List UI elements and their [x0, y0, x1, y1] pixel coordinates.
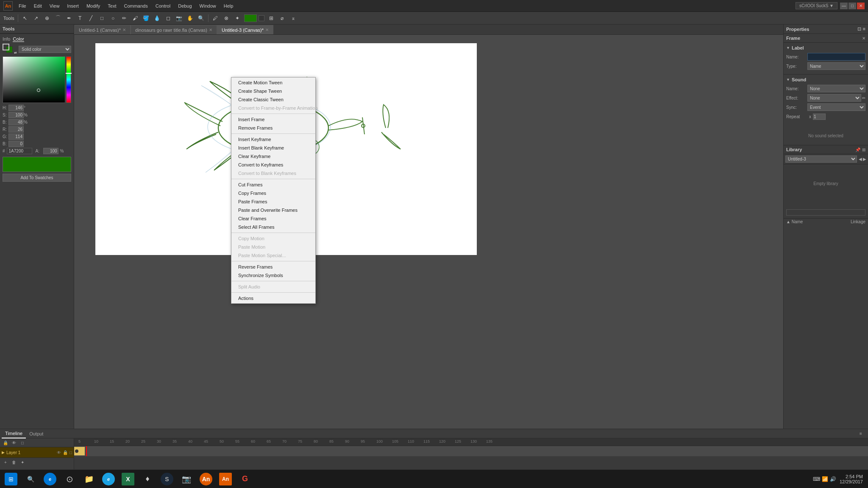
lock-all-btn[interactable]: 🔒: [2, 439, 9, 446]
steam-btn[interactable]: ♦: [138, 471, 157, 488]
tab1-close[interactable]: ✕: [122, 28, 126, 32]
text-tool-btn[interactable]: T: [75, 14, 85, 23]
eraser-tool-btn[interactable]: ◻: [163, 14, 173, 23]
user-badge[interactable]: sCrIOOI SuckS ▼: [796, 2, 837, 9]
ctx-insert-keyframe[interactable]: Insert Keyframe: [231, 135, 315, 144]
color-picker-area[interactable]: [3, 56, 71, 103]
bone-tool-btn[interactable]: ✦: [232, 14, 242, 23]
subselect-tool-btn[interactable]: ↗: [31, 14, 41, 23]
library-pin-icon[interactable]: 📌: [855, 147, 860, 152]
menu-file[interactable]: File: [15, 3, 30, 9]
menu-commands[interactable]: Commands: [120, 3, 151, 9]
timeline-tab[interactable]: Timeline: [2, 429, 26, 438]
steam2-btn[interactable]: S: [158, 471, 176, 488]
menu-debug[interactable]: Debug: [175, 3, 195, 9]
swap-icon[interactable]: ⇄: [14, 51, 17, 55]
tab-untitled3[interactable]: Untitled-3 (Canvas)* ✕: [217, 25, 273, 34]
brush-tool-btn[interactable]: 🖌: [130, 14, 140, 23]
zoom-tool-btn[interactable]: 🔍: [196, 14, 206, 23]
layer-eye-icon[interactable]: 👁: [57, 450, 61, 455]
library-search-input[interactable]: [786, 209, 865, 216]
ctx-clear-frames[interactable]: Clear Frames: [231, 214, 315, 223]
ctx-insert-frame[interactable]: Insert Frame: [231, 115, 315, 124]
info-tab[interactable]: Info: [3, 36, 10, 42]
maximize-button[interactable]: □: [849, 3, 856, 9]
b-input[interactable]: [8, 119, 24, 125]
color-swatch-toolbar[interactable]: [244, 14, 257, 22]
properties-icon[interactable]: ⊡: [857, 26, 861, 32]
ctx-actions[interactable]: Actions: [231, 294, 315, 302]
explorer-btn[interactable]: 📁: [80, 471, 98, 488]
start-button[interactable]: ⊞: [2, 471, 20, 488]
ctx-paste-frames[interactable]: Paste Frames: [231, 197, 315, 206]
smooth-btn[interactable]: ⌀: [277, 14, 287, 23]
color-swatch-preview[interactable]: [3, 157, 71, 172]
sound-name-select[interactable]: None: [807, 85, 865, 92]
frame-close-icon[interactable]: ✕: [862, 36, 865, 41]
menu-text[interactable]: Text: [104, 3, 120, 9]
menu-control[interactable]: Control: [152, 3, 174, 9]
network-icon[interactable]: 📶: [822, 476, 828, 482]
outline-all-btn[interactable]: □: [19, 439, 26, 446]
g-input[interactable]: [8, 133, 24, 140]
timeline-settings-btn[interactable]: ≡: [857, 430, 865, 437]
tab-untitled1[interactable]: Untitled-1 (Canvas)* ✕: [74, 25, 131, 34]
sync-select[interactable]: Event: [807, 103, 865, 111]
rect-tool-btn[interactable]: □: [97, 14, 107, 23]
type-prop-select[interactable]: Name: [807, 62, 865, 70]
ctx-remove-frames[interactable]: Remove Frames: [231, 124, 315, 132]
keyboard-icon[interactable]: ⌨: [813, 476, 820, 482]
eyedropper-tool-btn[interactable]: 💧: [152, 14, 162, 23]
ctx-select-all-frames[interactable]: Select All Frames: [231, 223, 315, 231]
hex-input[interactable]: [7, 148, 32, 154]
paintbucket-tool-btn[interactable]: 🪣: [141, 14, 151, 23]
keyframe-block[interactable]: [74, 447, 85, 455]
minimize-button[interactable]: —: [840, 3, 848, 9]
chrome-btn[interactable]: ⊙: [60, 471, 79, 488]
name-prop-input[interactable]: [807, 53, 865, 61]
hide-all-btn[interactable]: 👁: [10, 439, 18, 446]
ctx-paste-overwrite[interactable]: Paste and Overwrite Frames: [231, 206, 315, 214]
ctx-create-shape-tween[interactable]: Create Shape Tween: [231, 87, 315, 95]
ctx-create-motion-tween[interactable]: Create Motion Tween: [231, 78, 315, 87]
tab2-close[interactable]: ✕: [209, 28, 212, 32]
google-btn[interactable]: G: [236, 471, 254, 488]
selection-tool-btn[interactable]: ↖: [20, 14, 30, 23]
clip-btn[interactable]: An: [197, 471, 215, 488]
excel-btn[interactable]: X: [119, 471, 137, 488]
add-swatches-button[interactable]: Add To Swatches: [3, 174, 71, 182]
menu-modify[interactable]: Modify: [83, 3, 103, 9]
layer-outline-icon[interactable]: □: [70, 450, 72, 455]
ie-btn[interactable]: e: [99, 471, 118, 488]
library-select[interactable]: Untitled-3: [785, 155, 857, 163]
h-input[interactable]: [8, 105, 24, 111]
ctx-reverse-frames[interactable]: Reverse Frames: [231, 263, 315, 271]
ctx-insert-blank-keyframe[interactable]: Insert Blank Keyframe: [231, 144, 315, 152]
camera-tool-btn[interactable]: 📷: [174, 14, 184, 23]
color-mode-select[interactable]: Solid color: [19, 46, 71, 53]
menu-help[interactable]: Help: [220, 3, 237, 9]
ctx-synchronize-symbols[interactable]: Synchronize Symbols: [231, 271, 315, 280]
ctx-create-classic-tween[interactable]: Create Classic Tween: [231, 95, 315, 104]
pen-nib-tool-btn[interactable]: 🖊: [210, 14, 220, 23]
ctx-cut-frames[interactable]: Cut Frames: [231, 180, 315, 189]
s-input[interactable]: [8, 112, 24, 118]
effect-select[interactable]: None: [807, 94, 861, 102]
repeat-input[interactable]: [813, 114, 826, 120]
search-taskbar-btn[interactable]: 🔍: [21, 471, 40, 488]
pencil-tool-btn[interactable]: ✏: [119, 14, 129, 23]
ctx-convert-to-keyframes[interactable]: Convert to Keyframes: [231, 161, 315, 169]
ctx-clear-keyframe[interactable]: Clear Keyframe: [231, 152, 315, 161]
library-next-icon[interactable]: ▶: [863, 157, 866, 161]
properties-collapse[interactable]: ≡: [863, 26, 865, 32]
straighten-btn[interactable]: ⌅: [288, 14, 298, 23]
stroke-swatch[interactable]: [3, 44, 9, 50]
edge-btn[interactable]: e: [41, 471, 59, 488]
ctx-copy-frames[interactable]: Copy Frames: [231, 189, 315, 197]
menu-insert[interactable]: Insert: [64, 3, 82, 9]
ellipse-tool-btn[interactable]: ○: [108, 14, 118, 23]
bv-input[interactable]: [8, 141, 24, 147]
hue-strip[interactable]: [66, 56, 71, 103]
add-layer-btn[interactable]: +: [2, 459, 9, 466]
effect-edit-icon[interactable]: ✏: [862, 96, 865, 100]
